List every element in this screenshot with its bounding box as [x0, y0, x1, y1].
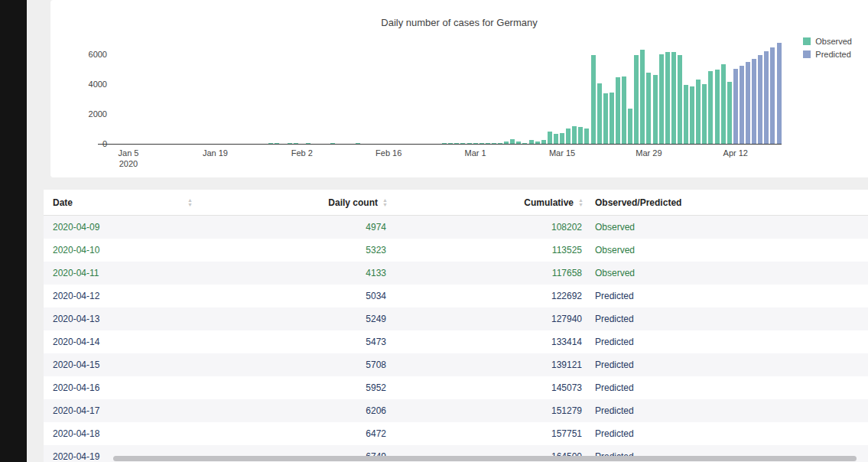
bar-observed[interactable]: [622, 76, 626, 144]
table-cell: 2020-04-18: [44, 422, 197, 445]
sort-icon[interactable]: ▲▼: [187, 198, 193, 207]
y-tick-label: 2000: [73, 109, 107, 119]
table-cell: Predicted: [587, 285, 868, 307]
x-tick-label: Mar 29: [614, 148, 683, 158]
table-cell: 6206: [197, 399, 392, 422]
y-tick-label: 6000: [73, 50, 107, 59]
bar-observed[interactable]: [566, 129, 571, 144]
table-cell: Predicted: [587, 399, 868, 422]
bar-observed[interactable]: [702, 84, 707, 144]
table-row[interactable]: 2020-04-114133117658Observed: [44, 262, 868, 285]
bar-observed[interactable]: [696, 80, 701, 144]
table-row[interactable]: 2020-04-145473133414Predicted: [44, 330, 868, 353]
table-cell: 2020-04-09: [44, 216, 197, 239]
table-row[interactable]: 2020-04-135249127940Predicted: [44, 307, 868, 330]
table-row[interactable]: 2020-04-125034122692Predicted: [44, 285, 868, 307]
bar-predicted[interactable]: [746, 62, 750, 144]
bar-observed[interactable]: [653, 75, 658, 144]
bar-observed[interactable]: [597, 83, 602, 144]
bar-observed[interactable]: [684, 85, 688, 144]
table-row[interactable]: 2020-04-186472157751Predicted: [44, 422, 868, 445]
table-row[interactable]: 2020-04-165952145073Predicted: [44, 376, 868, 399]
y-tick-label: 4000: [73, 80, 107, 89]
table-cell: 2020-04-10: [44, 239, 197, 262]
table-cell: 157751: [392, 422, 587, 445]
bar-predicted[interactable]: [770, 47, 775, 144]
y-axis-labels: 0200040006000: [73, 0, 107, 161]
bar-observed[interactable]: [640, 50, 645, 144]
table-cell: 133414: [392, 330, 587, 353]
bar-observed[interactable]: [616, 77, 620, 144]
bar-observed[interactable]: [572, 126, 577, 144]
column-header-label: Observed/Predicted: [595, 197, 681, 208]
bar-observed[interactable]: [708, 71, 713, 144]
table-cell: 2020-04-15: [44, 353, 197, 376]
bar-observed[interactable]: [665, 52, 670, 144]
bar-observed[interactable]: [671, 52, 676, 144]
table-row[interactable]: 2020-04-105323113525Observed: [44, 239, 868, 262]
table-cell: 5249: [197, 307, 392, 330]
sort-icon[interactable]: ▲▼: [578, 198, 584, 207]
bar-observed[interactable]: [659, 54, 664, 144]
table-row[interactable]: 2020-04-176206151279Predicted: [44, 399, 868, 422]
horizontal-scrollbar-thumb[interactable]: [113, 456, 857, 461]
table-row[interactable]: 2020-04-094974108202Observed: [44, 216, 868, 239]
bar-observed[interactable]: [646, 73, 651, 144]
bar-observed[interactable]: [603, 93, 608, 144]
column-header-date[interactable]: Date▲▼: [44, 190, 197, 215]
table-cell: Predicted: [587, 422, 868, 445]
bar-observed[interactable]: [548, 132, 552, 144]
bar-observed[interactable]: [591, 55, 596, 144]
table-cell: 2020-04-12: [44, 285, 197, 307]
bar-observed[interactable]: [560, 133, 564, 144]
data-table: Date▲▼Daily count▲▼Cumulative▲▼Observed/…: [44, 190, 868, 462]
bar-predicted[interactable]: [733, 69, 738, 144]
column-header-label: Cumulative: [524, 197, 574, 208]
bar-predicted[interactable]: [777, 43, 782, 144]
table-cell: 5952: [197, 376, 392, 399]
table-cell: 108202: [392, 216, 587, 239]
table-cell: Observed: [587, 262, 868, 285]
plot-area[interactable]: [126, 28, 845, 144]
bar-observed[interactable]: [715, 70, 720, 144]
sort-icon[interactable]: ▲▼: [382, 198, 388, 207]
column-header-observed-predicted[interactable]: Observed/Predicted: [587, 190, 868, 215]
table-cell: Observed: [587, 216, 868, 239]
bar-predicted[interactable]: [758, 55, 762, 144]
table-cell: 4974: [197, 216, 392, 239]
table-cell: 4133: [197, 262, 392, 285]
x-tick-label: Mar 1: [441, 148, 510, 158]
x-tick-label: Apr 12: [701, 148, 770, 158]
table-cell: 5473: [197, 330, 392, 353]
table-cell: 2020-04-16: [44, 376, 197, 399]
x-tick-label: Mar 15: [528, 148, 597, 158]
x-tick-label: Jan 19: [180, 148, 249, 158]
table-cell: 122692: [392, 285, 587, 307]
chart-card: Daily number of cases for Germany Observ…: [50, 0, 868, 177]
bar-observed[interactable]: [578, 127, 583, 144]
column-header-daily-count[interactable]: Daily count▲▼: [197, 190, 392, 215]
table-row[interactable]: 2020-04-155708139121Predicted: [44, 353, 868, 376]
bar-observed[interactable]: [584, 129, 589, 144]
bar-predicted[interactable]: [764, 51, 769, 144]
bar-observed[interactable]: [721, 64, 726, 144]
bar-observed[interactable]: [610, 93, 614, 144]
bar-predicted[interactable]: [752, 59, 756, 144]
table-cell: 5034: [197, 285, 392, 307]
bar-observed[interactable]: [634, 55, 639, 144]
table-header: Date▲▼Daily count▲▼Cumulative▲▼Observed/…: [44, 190, 868, 216]
sidebar-collapsed[interactable]: [0, 0, 27, 462]
table-cell: Predicted: [587, 330, 868, 353]
bar-observed[interactable]: [628, 109, 632, 144]
table-cell: 145073: [392, 376, 587, 399]
table-cell: 151279: [392, 399, 587, 422]
bar-observed[interactable]: [727, 82, 732, 144]
bar-observed[interactable]: [554, 134, 558, 145]
column-header-cumulative[interactable]: Cumulative▲▼: [392, 190, 587, 215]
bar-observed[interactable]: [678, 55, 682, 144]
bar-predicted[interactable]: [740, 66, 744, 144]
x-axis-labels: Jan 52020Jan 19Feb 2Feb 16Mar 1Mar 15Mar…: [50, 148, 868, 172]
table-cell: 5708: [197, 353, 392, 376]
table-cell: Predicted: [587, 353, 868, 376]
bar-observed[interactable]: [690, 86, 694, 144]
